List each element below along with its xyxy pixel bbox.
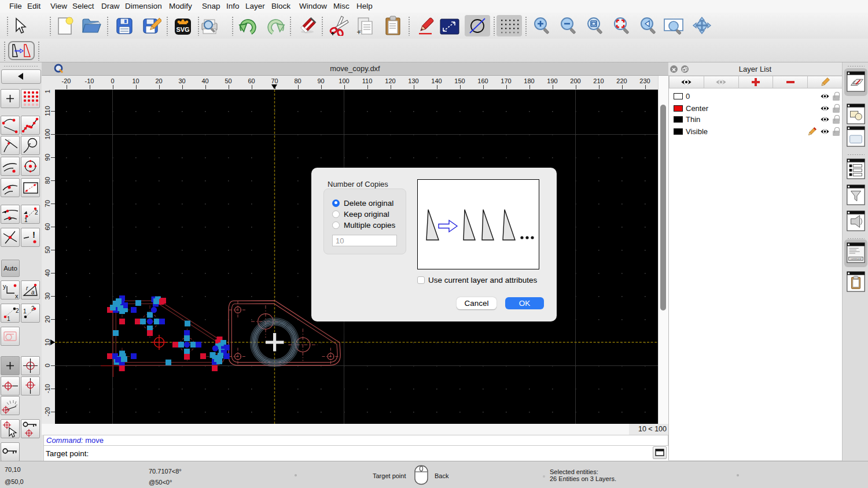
svg-text:1: 1 (7, 316, 10, 322)
svg-text:2: 2 (16, 308, 19, 314)
svg-text:command: command (851, 257, 862, 260)
svg-text:2: 2 (31, 305, 35, 312)
svg-text:SVG: SVG (176, 26, 189, 33)
svg-text:r: r (26, 285, 28, 291)
svg-text:y: y (3, 283, 6, 290)
svg-text:1: 1 (23, 308, 27, 315)
svg-text:!: ! (32, 230, 35, 239)
svg-text:a: a (31, 289, 35, 295)
svg-text:x: x (15, 293, 19, 299)
svg-text:+: + (356, 28, 361, 36)
svg-text:1: 1 (24, 217, 28, 223)
svg-text:2: 2 (35, 209, 38, 216)
